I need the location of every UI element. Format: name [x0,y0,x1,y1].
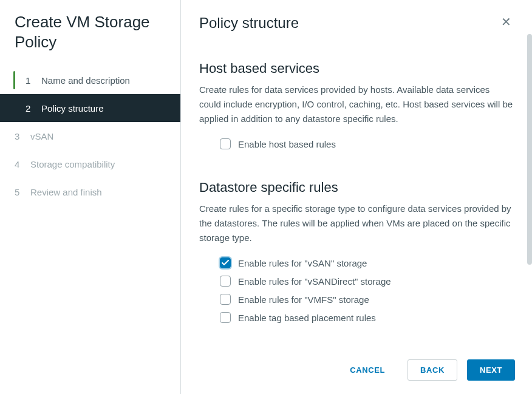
checkbox-label: Enable rules for "vSANDirect" storage [238,276,391,287]
wizard-main: Policy structure ✕ Host based services C… [181,0,532,394]
checkbox-label: Enable rules for "VMFS" storage [238,294,369,305]
step-label: Storage compatibility [30,159,115,169]
section-datastore-specific-rules: Datastore specific rules Create rules fo… [199,180,514,327]
wizard-footer: CANCEL BACK NEXT [181,350,532,394]
step-label: Name and description [41,75,130,86]
step-label: vSAN [30,131,53,141]
step-label: Review and finish [30,187,102,197]
checkbox-label: Enable host based rules [238,139,336,149]
datastore-section-title: Datastore specific rules [199,180,514,195]
page-title: Policy structure [199,15,299,32]
checkbox-icon[interactable] [220,312,231,323]
wizard-sidebar: Create VM Storage Policy 1 Name and desc… [0,0,181,394]
checkbox-enable-vsan-storage[interactable]: Enable rules for "vSAN" storage [199,254,514,272]
step-vsan: 3 vSAN [0,122,180,150]
checkbox-enable-vmfs-storage[interactable]: Enable rules for "VMFS" storage [199,290,514,308]
step-number: 1 [26,75,33,86]
step-number: 3 [15,131,22,141]
checkbox-icon[interactable] [220,138,231,149]
checkbox-label: Enable tag based placement rules [238,313,376,323]
close-icon[interactable]: ✕ [499,15,514,29]
page-header: Policy structure ✕ [199,15,514,61]
back-button[interactable]: BACK [408,359,457,381]
wizard-dialog: Create VM Storage Policy 1 Name and desc… [0,0,532,394]
checkbox-enable-vsandirect-storage[interactable]: Enable rules for "vSANDirect" storage [199,272,514,290]
section-host-based-services: Host based services Create rules for dat… [199,61,514,153]
step-label: Policy structure [41,103,104,114]
checkbox-label: Enable rules for "vSAN" storage [238,258,367,268]
checkbox-enable-host-based-rules[interactable]: Enable host based rules [199,135,514,153]
step-number: 5 [15,187,22,197]
wizard-steps: 1 Name and description 2 Policy structur… [0,66,180,206]
step-policy-structure[interactable]: 2 Policy structure [0,94,180,122]
host-section-description: Create rules for data services provided … [199,83,514,126]
datastore-section-description: Create rules for a specific storage type… [199,202,514,245]
step-name-and-description[interactable]: 1 Name and description [0,66,180,94]
cancel-button[interactable]: CANCEL [337,359,398,381]
host-section-title: Host based services [199,61,514,76]
step-review-and-finish: 5 Review and finish [0,178,180,206]
checkbox-enable-tag-based-placement[interactable]: Enable tag based placement rules [199,308,514,327]
checkbox-icon[interactable] [220,257,231,268]
section-divider [199,153,514,180]
main-content: Policy structure ✕ Host based services C… [181,0,532,350]
step-storage-compatibility: 4 Storage compatibility [0,150,180,178]
wizard-title: Create VM Storage Policy [0,12,180,66]
step-number: 2 [26,103,33,114]
next-button[interactable]: NEXT [467,359,515,381]
checkbox-icon[interactable] [220,294,231,305]
checkbox-icon[interactable] [220,276,231,287]
step-number: 4 [15,159,22,169]
scrollbar[interactable] [527,34,532,265]
